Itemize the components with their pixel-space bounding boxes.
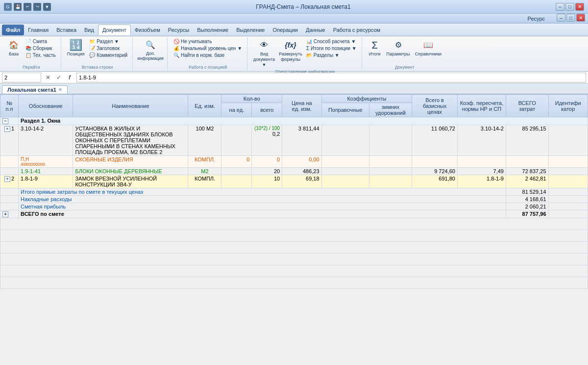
- cell-num-m1: [0, 156, 19, 168]
- formula-cancel-btn[interactable]: ✕: [43, 73, 53, 82]
- ribbon-btn-no-account[interactable]: 🚫 Не учитывать: [172, 38, 244, 45]
- quick-save-icon[interactable]: 💾: [14, 3, 22, 11]
- cell-qty-total-2: 10: [252, 175, 282, 188]
- menu-resources[interactable]: Ресурсы: [164, 25, 193, 35]
- redo-icon[interactable]: ↪: [33, 3, 41, 11]
- resource-bar: Ресурс – □ ✕: [0, 14, 588, 24]
- th-coef-calc: Коэф. пересчета,нормы НР и СП: [457, 95, 506, 117]
- menu-physvol[interactable]: Физобъем: [131, 25, 164, 35]
- ribbon-btn-params[interactable]: ⚙ Параметры: [385, 38, 412, 58]
- ribbon-btn-position[interactable]: 🔢 Позиция: [65, 38, 87, 58]
- summary-label-total: ВСЕГО по смете: [19, 210, 506, 218]
- section-collapse-icon[interactable]: –: [2, 118, 8, 124]
- cell-price-m2: 486,23: [282, 168, 321, 175]
- section-expander-cell[interactable]: –: [0, 117, 19, 125]
- summary-value-profit: 2 060,21: [506, 203, 548, 210]
- menu-view[interactable]: Вид: [80, 25, 98, 35]
- ribbon-group-navigate-content: 🏠 База 📄 Смета 📚 Сборник 📋 Тех. часть: [5, 38, 58, 64]
- menu-resource-work[interactable]: Работа с ресурсом: [329, 25, 384, 35]
- th-total-base: Всего вбазисныхценах: [412, 95, 458, 117]
- formula-input[interactable]: [76, 73, 586, 82]
- customize-icon[interactable]: ▼: [43, 3, 51, 11]
- cell-coef-winter-m1: [369, 156, 412, 168]
- cell-price-1: 3 811,44: [282, 125, 321, 156]
- ribbon-btn-tech[interactable]: 📋 Тех. часть: [24, 52, 58, 58]
- menu-selection[interactable]: Выделение: [232, 25, 269, 35]
- window-title: ГРАНД-Смета – Локальная смета1: [51, 3, 556, 10]
- ribbon-group-document: Σ Итоги ⚙ Параметры 📖 Справочники Докуме…: [363, 37, 447, 71]
- menu-insert[interactable]: Вставка: [52, 25, 80, 35]
- menu-execution[interactable]: Выполнение: [193, 25, 232, 35]
- total-expand-icon[interactable]: +: [2, 211, 8, 217]
- resource-close[interactable]: ✕: [576, 14, 585, 22]
- cell-id-1: [548, 125, 588, 156]
- row-expand-icon-1[interactable]: +: [4, 126, 10, 132]
- cell-qty-total-m2: 20: [252, 168, 282, 175]
- section-label: Раздел 1. Окна: [19, 117, 588, 125]
- resource-minimize[interactable]: –: [557, 14, 565, 22]
- ribbon-group-insert-content: 🔢 Позиция 📁 Раздел ▼ 📝 Заголовок 💬 Комме…: [65, 38, 129, 64]
- ribbon-btn-expand-formula[interactable]: {fx} Развернутьформулы: [278, 38, 303, 63]
- formula-confirm-btn[interactable]: ✓: [54, 73, 64, 82]
- menu-main[interactable]: Главная: [24, 25, 52, 35]
- th-name: Наименование: [73, 95, 188, 117]
- formula-bar: ✕ ✓ f: [0, 72, 588, 83]
- params-icon: ⚙: [392, 39, 404, 51]
- summary-id-direct: [548, 188, 588, 196]
- ribbon-btn-find-base[interactable]: 🔍 Найти в норм. базе: [172, 52, 244, 58]
- menu-operations[interactable]: Операции: [269, 25, 301, 35]
- summary-label-profit: Сметная прибыль: [19, 203, 506, 210]
- ribbon-btn-sbornik[interactable]: 📚 Сборник: [24, 45, 58, 52]
- extra-info-icon: 🔍: [145, 39, 156, 51]
- table-row: +2 1.8-1-9 ЗАМОК ВРЕЗНОЙ УСИЛЕННОЙ КОНСТ…: [0, 175, 588, 188]
- ribbon-btn-base[interactable]: 🏠 База: [5, 38, 23, 58]
- cell-price-2: 69,18: [282, 175, 321, 188]
- menu-file[interactable]: Файл: [2, 25, 24, 35]
- close-button[interactable]: ✕: [575, 3, 584, 11]
- ribbon-btn-extra-info[interactable]: 🔍 Доп.информация: [137, 38, 164, 62]
- cell-total-costs-1: 85 295,15: [506, 125, 548, 156]
- ribbon-btn-start-price[interactable]: 💰 Начальный уровень цен ▼: [172, 45, 244, 52]
- undo-icon[interactable]: ↩: [24, 3, 31, 11]
- ribbon-btn-kommentariy[interactable]: 💬 Комментарий: [87, 52, 129, 58]
- minimize-button[interactable]: –: [556, 3, 564, 11]
- cell-total-costs-m2: 72 837,25: [506, 168, 548, 175]
- cell-name-1: УСТАНОВКА В ЖИЛЫХ И ОБЩЕСТВЕННЫХ ЗДАНИЯХ…: [73, 125, 188, 156]
- ribbon-btn-view-doc[interactable]: 👁 Виддокумента ▼: [251, 38, 277, 68]
- maximize-button[interactable]: □: [565, 3, 574, 11]
- ribbon-btn-razdel[interactable]: 📁 Раздел ▼: [87, 38, 129, 45]
- cell-basis-m1: П,Н 4980000000: [19, 156, 73, 168]
- th-coef: Коэффициенты: [321, 95, 412, 103]
- menu-data[interactable]: Данные: [302, 25, 329, 35]
- ribbon-btn-calc-method[interactable]: 📊 Способ расчета ▼: [304, 38, 359, 45]
- ribbon-btn-smeta[interactable]: 📄 Смета: [24, 38, 58, 45]
- formula-fx-btn[interactable]: f: [65, 73, 74, 82]
- cell-unit-m1: КОМПЛ.: [188, 156, 221, 168]
- window-controls: – □ ✕: [556, 3, 584, 11]
- th-coef-winter: зимнихудорожаний: [369, 103, 412, 117]
- summary-label-direct: Итого прямые затраты по смете в текущих …: [19, 188, 506, 196]
- ribbon-small-group-insert: 📁 Раздел ▼ 📝 Заголовок 💬 Комментарий: [87, 38, 129, 58]
- summary-label-overhead: Накладные расходы: [19, 196, 506, 203]
- ribbon-group-extra-content: 🔍 Доп.информация: [137, 38, 164, 69]
- cell-coef-corr-1: [321, 125, 369, 156]
- row-expand-icon-2[interactable]: +: [4, 176, 10, 182]
- th-total-costs: ВСЕГОзатрат: [506, 95, 548, 117]
- ribbon-btn-reference[interactable]: 📖 Справочники: [413, 38, 444, 58]
- th-qty: Кол-во: [221, 95, 282, 103]
- ribbon-btn-sections[interactable]: 📂 Разделы ▼: [304, 52, 359, 58]
- tab-local-smeta1[interactable]: Локальная смета1 ✕: [2, 85, 68, 94]
- ribbon-btn-totals-pos[interactable]: Σ Итоги по позиции ▼: [304, 45, 359, 52]
- reference-icon: 📖: [422, 39, 434, 51]
- ribbon-btn-totals[interactable]: Σ Итоги: [366, 38, 384, 58]
- tab-label: Локальная смета1: [7, 87, 56, 93]
- cell-unit-1: 100 M2: [188, 125, 221, 156]
- menu-document[interactable]: Документ: [98, 25, 131, 35]
- name-box[interactable]: [2, 73, 41, 82]
- resource-maximize[interactable]: □: [566, 14, 575, 22]
- ribbon-btn-zagolovok[interactable]: 📝 Заголовок: [87, 45, 129, 52]
- tab-close-btn[interactable]: ✕: [58, 87, 62, 92]
- cell-id-m2: [548, 168, 588, 175]
- summary-value-overhead: 4 168,61: [506, 196, 548, 203]
- resource-window-controls: – □ ✕: [557, 14, 585, 22]
